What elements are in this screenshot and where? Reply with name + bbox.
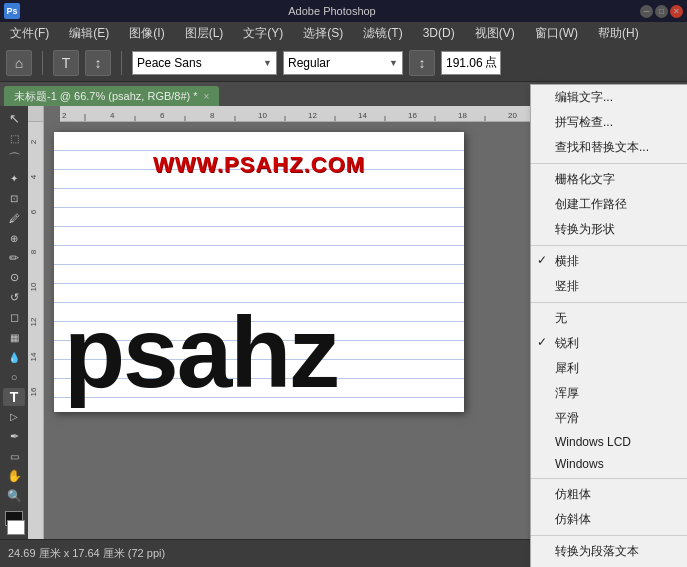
ctx-rasterize[interactable]: 栅格化文字 [531, 167, 687, 192]
ctx-strong[interactable]: 浑厚 [531, 381, 687, 406]
ctx-edit-text[interactable]: 编辑文字... [531, 85, 687, 110]
ctx-horizontal[interactable]: ✓横排 [531, 249, 687, 274]
ctx-spell-check[interactable]: 拼写检查... [531, 110, 687, 135]
title-bar: Ps Adobe Photoshop ─ □ ✕ [0, 0, 687, 22]
hand-tool[interactable]: ✋ [3, 467, 25, 485]
ctx-sharp[interactable]: ✓锐利 [531, 331, 687, 356]
context-menu: 编辑文字... 拼写检查... 查找和替换文本... 栅格化文字 创建工作路径 … [530, 84, 687, 567]
spot-heal-tool[interactable]: ⊕ [3, 229, 25, 247]
background-color[interactable] [7, 520, 25, 535]
history-brush-tool[interactable]: ↺ [3, 289, 25, 307]
ctx-sep-4 [531, 478, 687, 479]
font-size-icon-btn: ↕ [409, 50, 435, 76]
svg-text:20: 20 [508, 111, 517, 120]
menu-window[interactable]: 窗口(W) [531, 23, 582, 44]
gradient-tool[interactable]: ▦ [3, 328, 25, 346]
crop-tool[interactable]: ⊡ [3, 190, 25, 208]
lasso-tool[interactable]: ⌒ [3, 150, 25, 168]
svg-text:10: 10 [258, 111, 267, 120]
svg-text:18: 18 [458, 111, 467, 120]
menu-file[interactable]: 文件(F) [6, 23, 53, 44]
text-align-button[interactable]: ↕ [85, 50, 111, 76]
ctx-windows-lcd[interactable]: Windows LCD [531, 431, 687, 453]
dodge-tool[interactable]: ○ [3, 368, 25, 386]
pen-tool[interactable]: ✒ [3, 428, 25, 446]
ctx-crisp[interactable]: 犀利 [531, 356, 687, 381]
ctx-convert-paragraph[interactable]: 转换为段落文本 [531, 539, 687, 564]
shape-tool[interactable]: ▭ [3, 448, 25, 466]
menu-select[interactable]: 选择(S) [299, 23, 347, 44]
separator-2 [121, 51, 122, 75]
watermark-text: WWW.PSAHZ.COM [74, 152, 444, 178]
font-style-dropdown[interactable]: Regular ▼ [283, 51, 403, 75]
ctx-convert-shape[interactable]: 转换为形状 [531, 217, 687, 242]
brush-tool[interactable]: ✏ [3, 249, 25, 267]
wand-tool[interactable]: ✦ [3, 170, 25, 188]
canvas-dimensions: 24.69 厘米 x 17.64 厘米 (72 ppi) [8, 546, 165, 561]
path-select-tool[interactable]: ▷ [3, 408, 25, 426]
menu-3d[interactable]: 3D(D) [419, 24, 459, 42]
eyedropper-tool[interactable]: 🖉 [3, 209, 25, 227]
move-tool[interactable]: ↖ [3, 110, 25, 128]
stamp-tool[interactable]: ⊙ [3, 269, 25, 287]
check-horizontal-icon: ✓ [537, 253, 547, 267]
menu-help[interactable]: 帮助(H) [594, 23, 643, 44]
ctx-faux-italic[interactable]: 仿斜体 [531, 507, 687, 532]
ctx-windows[interactable]: Windows [531, 453, 687, 475]
text-tool[interactable]: T [3, 388, 25, 406]
home-icon: ⌂ [15, 55, 23, 71]
menu-image[interactable]: 图像(I) [125, 23, 168, 44]
ctx-find-replace[interactable]: 查找和替换文本... [531, 135, 687, 160]
svg-text:16: 16 [29, 387, 38, 396]
font-family-arrow: ▼ [263, 58, 272, 68]
svg-text:12: 12 [308, 111, 317, 120]
font-style-value: Regular [288, 56, 330, 70]
left-toolbar: ↖ ⬚ ⌒ ✦ ⊡ 🖉 ⊕ ✏ ⊙ ↺ ◻ ▦ 💧 ○ T ▷ ✒ ▭ ✋ 🔍 [0, 106, 28, 539]
text-icon: T [62, 55, 71, 71]
menu-edit[interactable]: 编辑(E) [65, 23, 113, 44]
minimize-button[interactable]: ─ [640, 5, 653, 18]
zoom-tool[interactable]: 🔍 [3, 487, 25, 505]
separator-1 [42, 51, 43, 75]
font-size-field[interactable]: 191.06 点 [441, 51, 501, 75]
svg-text:6: 6 [29, 209, 38, 214]
menu-view[interactable]: 视图(V) [471, 23, 519, 44]
eraser-tool[interactable]: ◻ [3, 309, 25, 327]
svg-text:8: 8 [29, 249, 38, 254]
tab-title: 未标题-1 @ 66.7% (psahz, RGB/8#) * [14, 89, 198, 104]
text-tool-button[interactable]: T [53, 50, 79, 76]
home-button[interactable]: ⌂ [6, 50, 32, 76]
svg-text:8: 8 [210, 111, 215, 120]
ctx-none[interactable]: 无 [531, 306, 687, 331]
ctx-faux-bold[interactable]: 仿粗体 [531, 482, 687, 507]
select-tool[interactable]: ⬚ [3, 130, 25, 148]
font-size-unit: 点 [485, 54, 497, 71]
ctx-vertical[interactable]: 竖排 [531, 274, 687, 299]
close-button[interactable]: ✕ [670, 5, 683, 18]
font-size-value: 191.06 [446, 56, 483, 70]
blur-tool[interactable]: 💧 [3, 348, 25, 366]
svg-text:16: 16 [408, 111, 417, 120]
menu-filter[interactable]: 滤镜(T) [359, 23, 406, 44]
ruler-corner [28, 106, 44, 122]
document-tab[interactable]: 未标题-1 @ 66.7% (psahz, RGB/8#) * × [4, 86, 219, 106]
app-icon: Ps [4, 3, 20, 19]
svg-text:2: 2 [29, 139, 38, 144]
main-canvas-text: psahz [64, 302, 337, 402]
ctx-smooth[interactable]: 平滑 [531, 406, 687, 431]
ctx-sep-1 [531, 163, 687, 164]
tab-close-button[interactable]: × [204, 91, 210, 102]
window-title: Adobe Photoshop [24, 5, 640, 17]
ctx-sep-2 [531, 245, 687, 246]
ctx-create-path[interactable]: 创建工作路径 [531, 192, 687, 217]
check-sharp-icon: ✓ [537, 335, 547, 349]
font-family-dropdown[interactable]: Peace Sans ▼ [132, 51, 277, 75]
maximize-button[interactable]: □ [655, 5, 668, 18]
text-align-icon: ↕ [95, 55, 102, 71]
svg-text:14: 14 [29, 352, 38, 361]
menu-text[interactable]: 文字(Y) [239, 23, 287, 44]
menu-layer[interactable]: 图层(L) [181, 23, 228, 44]
svg-text:6: 6 [160, 111, 165, 120]
svg-text:10: 10 [29, 282, 38, 291]
canvas-document: WWW.PSAHZ.COM psahz [54, 132, 464, 412]
